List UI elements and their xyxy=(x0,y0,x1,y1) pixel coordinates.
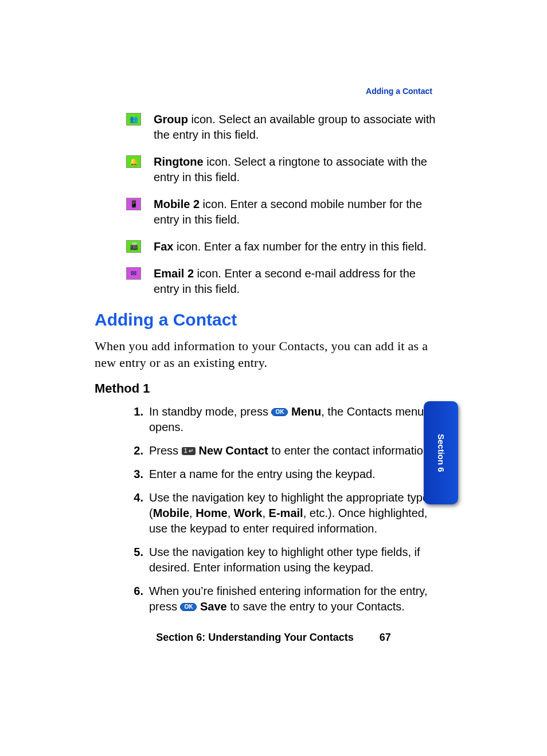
group-icon: 👥 xyxy=(126,113,141,126)
mobile2-icon: 📱 xyxy=(126,198,141,210)
icon-row: 🔔Ringtone icon. Select a ringtone to ass… xyxy=(126,154,439,185)
step-item: 4.Use the navigation key to highlight th… xyxy=(126,490,439,536)
ringtone-icon: 🔔 xyxy=(126,155,141,168)
icon-description: Mobile 2 icon. Enter a second mobile num… xyxy=(154,197,439,228)
ok-button-icon: OK xyxy=(180,603,197,611)
icon-description-list: 👥Group icon. Select an available group t… xyxy=(126,112,439,297)
page-content: 👥Group icon. Select an available group t… xyxy=(95,112,439,622)
softkey-icon: 1 ↵ xyxy=(182,447,196,455)
step-item: 1.In standby mode, press OK Menu, the Co… xyxy=(126,404,439,435)
running-header: Adding a Contact xyxy=(366,86,432,97)
manual-page: Adding a Contact 👥Group icon. Select an … xyxy=(0,0,547,756)
icon-row: 📱Mobile 2 icon. Enter a second mobile nu… xyxy=(126,197,439,228)
icon-description: Fax icon. Enter a fax number for the ent… xyxy=(154,239,439,254)
email2-icon: ✉ xyxy=(126,267,141,280)
steps-list: 1.In standby mode, press OK Menu, the Co… xyxy=(126,404,439,614)
intro-paragraph: When you add information to your Contact… xyxy=(95,338,439,371)
icon-description: Ringtone icon. Select a ringtone to asso… xyxy=(154,154,439,185)
footer-section-label: Section 6: Understanding Your Contacts xyxy=(156,632,353,643)
step-body: Use the navigation key to highlight the … xyxy=(149,490,439,536)
fax-icon: 📠 xyxy=(126,240,141,253)
step-number: 6. xyxy=(126,583,143,614)
step-number: 4. xyxy=(126,490,143,536)
step-item: 2.Press 1 ↵ New Contact to enter the con… xyxy=(126,443,439,459)
page-footer: Section 6: Understanding Your Contacts 6… xyxy=(0,630,547,644)
step-body: When you’re finished entering informatio… xyxy=(149,583,439,614)
step-item: 5.Use the navigation key to highlight ot… xyxy=(126,545,439,575)
icon-description: Group icon. Select an available group to… xyxy=(154,112,439,143)
step-number: 2. xyxy=(126,443,143,459)
step-number: 3. xyxy=(126,467,143,482)
step-item: 6.When you’re finished entering informat… xyxy=(126,583,439,614)
step-item: 3.Enter a name for the entry using the k… xyxy=(126,467,439,482)
icon-row: 📠Fax icon. Enter a fax number for the en… xyxy=(126,239,439,254)
step-body: Press 1 ↵ New Contact to enter the conta… xyxy=(149,443,439,459)
step-number: 5. xyxy=(126,545,143,575)
icon-row: 👥Group icon. Select an available group t… xyxy=(126,112,439,143)
step-body: Enter a name for the entry using the key… xyxy=(149,467,439,482)
page-number: 67 xyxy=(380,630,391,644)
icon-description: Email 2 icon. Enter a second e-mail addr… xyxy=(154,266,439,297)
icon-row: ✉Email 2 icon. Enter a second e-mail add… xyxy=(126,266,439,297)
section-tab: Section 6 xyxy=(424,401,458,504)
method-heading: Method 1 xyxy=(95,380,439,397)
ok-button-icon: OK xyxy=(271,408,288,416)
section-tab-label: Section 6 xyxy=(435,434,447,472)
step-body: In standby mode, press OK Menu, the Cont… xyxy=(149,404,439,435)
step-number: 1. xyxy=(126,404,143,435)
step-body: Use the navigation key to highlight othe… xyxy=(149,545,439,575)
section-title: Adding a Contact xyxy=(95,308,439,332)
